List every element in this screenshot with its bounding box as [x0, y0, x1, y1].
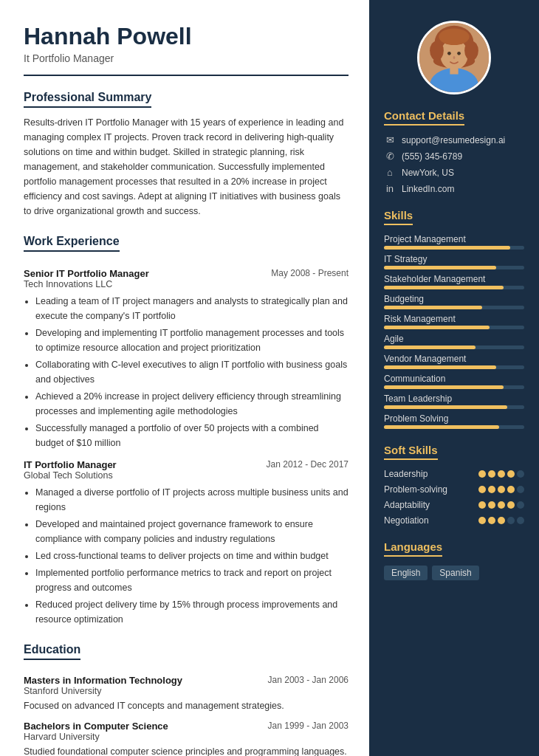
- job-date: Jan 2012 - Dec 2017: [267, 459, 349, 470]
- soft-skill-dots: [478, 517, 524, 524]
- skill-bar-fill: [384, 246, 510, 250]
- skill-row: Communication: [384, 374, 524, 389]
- job-date: May 2008 - Present: [271, 268, 349, 278]
- skill-name: Stakeholder Management: [384, 274, 524, 284]
- contact-text: (555) 345-6789: [402, 151, 462, 162]
- skill-bar-bg: [384, 405, 524, 409]
- skill-bar-fill: [384, 306, 482, 309]
- skill-name: Project Management: [384, 234, 524, 244]
- skill-bar-fill: [384, 286, 504, 289]
- dot-filled: [507, 470, 515, 478]
- header-title: It Portfolio Manager: [24, 52, 349, 64]
- skills-section: Skills Project ManagementIT StrategyStak…: [369, 209, 539, 429]
- dot-filled: [498, 517, 505, 524]
- dot-empty: [517, 517, 524, 524]
- soft-skill-row: Leadership: [384, 469, 524, 479]
- contact-item: ✉support@resumedesign.ai: [384, 134, 524, 145]
- work-experience-section: Work Experience Senior IT Portfolio Mana…: [24, 235, 349, 627]
- dot-filled: [478, 470, 486, 478]
- list-item: Developed and maintained project governa…: [35, 517, 349, 546]
- contact-icon: ⌂: [384, 167, 396, 178]
- skill-name: Budgeting: [384, 294, 524, 304]
- dot-filled: [478, 517, 486, 524]
- skills-title: Skills: [384, 209, 413, 225]
- skill-bar-bg: [384, 425, 524, 429]
- job-entry: IT Portfolio ManagerJan 2012 - Dec 2017G…: [24, 459, 349, 627]
- skill-row: Budgeting: [384, 294, 524, 309]
- job-title: Senior IT Portfolio Manager: [24, 268, 149, 279]
- languages-section: Languages EnglishSpanish: [369, 540, 539, 580]
- skill-bar-bg: [384, 346, 524, 349]
- list-item: Developing and implementing IT portfolio…: [35, 326, 349, 355]
- contact-text: NewYork, US: [402, 168, 454, 178]
- edu-degree: Bachelors in Computer Science: [24, 721, 168, 732]
- soft-skill-name: Leadership: [384, 469, 428, 479]
- job-bullets: Managed a diverse portfolio of IT projec…: [24, 485, 349, 627]
- soft-skill-row: Negotiation: [384, 515, 524, 526]
- education-title: Education: [24, 643, 80, 660]
- edu-desc: Studied foundational computer science pr…: [24, 744, 349, 756]
- language-tag: English: [384, 566, 428, 580]
- dot-filled: [478, 486, 486, 493]
- svg-point-6: [453, 56, 456, 59]
- edu-desc: Focused on advanced IT concepts and mana…: [24, 698, 349, 713]
- header-name: Hannah Powell: [24, 24, 349, 49]
- dot-filled: [478, 501, 486, 509]
- edu-container: Masters in Information TechnologyJan 200…: [24, 675, 349, 756]
- skill-name: Risk Management: [384, 314, 524, 324]
- dot-empty: [517, 501, 524, 509]
- skill-bar-fill: [384, 365, 496, 369]
- skill-row: Agile: [384, 334, 524, 349]
- skill-bar-bg: [384, 266, 524, 269]
- dot-empty: [517, 486, 524, 493]
- skill-bar-fill: [384, 405, 507, 409]
- dot-filled: [498, 501, 505, 509]
- education-section: Education Masters in Information Technol…: [24, 643, 349, 756]
- skill-bar-bg: [384, 326, 524, 329]
- dot-empty: [517, 470, 524, 478]
- soft-skills-title: Soft Skills: [384, 444, 438, 460]
- soft-skill-dots: [478, 470, 524, 478]
- skill-bar-bg: [384, 365, 524, 369]
- contact-section: Contact Details ✉support@resumedesign.ai…: [369, 109, 539, 194]
- contact-container: ✉support@resumedesign.ai✆(555) 345-6789⌂…: [384, 134, 524, 194]
- right-column: Contact Details ✉support@resumedesign.ai…: [369, 0, 539, 756]
- skill-row: Risk Management: [384, 314, 524, 329]
- header-divider: [24, 75, 349, 76]
- contact-text: LinkedIn.com: [402, 184, 454, 194]
- soft-skill-dots: [478, 486, 524, 493]
- list-item: Managed a diverse portfolio of IT projec…: [35, 485, 349, 515]
- skill-bar-fill: [384, 326, 490, 329]
- list-item: Leading a team of IT project managers an…: [35, 294, 349, 323]
- svg-point-9: [430, 41, 444, 60]
- edu-entry: Masters in Information TechnologyJan 200…: [24, 675, 349, 713]
- skill-name: Problem Solving: [384, 413, 524, 424]
- list-item: Reduced project delivery time by 15% thr…: [35, 597, 349, 627]
- skill-name: Agile: [384, 334, 524, 344]
- skill-bar-bg: [384, 385, 524, 389]
- skill-bar-fill: [384, 385, 504, 389]
- edu-entry: Bachelors in Computer ScienceJan 1999 - …: [24, 721, 349, 756]
- contact-icon: ✆: [384, 151, 396, 162]
- dot-filled: [488, 517, 495, 524]
- skill-row: Project Management: [384, 234, 524, 250]
- languages-title: Languages: [384, 540, 442, 557]
- svg-point-11: [439, 29, 469, 46]
- skill-name: Team Leadership: [384, 394, 524, 404]
- contact-icon: in: [384, 183, 396, 194]
- edu-school: Stanford University: [24, 686, 349, 696]
- edu-date: Jan 2003 - Jan 2006: [268, 675, 349, 685]
- list-item: Collaborating with C-level executives to…: [35, 357, 349, 387]
- language-tag: Spanish: [432, 566, 478, 580]
- summary-title: Professional Summary: [24, 91, 151, 108]
- skill-name: Communication: [384, 374, 524, 384]
- contact-item: ⌂NewYork, US: [384, 167, 524, 178]
- edu-school: Harvard University: [24, 732, 349, 742]
- contact-text: support@resumedesign.ai: [402, 135, 505, 145]
- skill-row: Problem Solving: [384, 413, 524, 429]
- skill-bar-bg: [384, 306, 524, 309]
- skills-container: Project ManagementIT StrategyStakeholder…: [384, 234, 524, 429]
- left-column: Hannah Powell It Portfolio Manager Profe…: [0, 0, 369, 756]
- avatar: [417, 21, 491, 94]
- photo-area: [369, 0, 539, 109]
